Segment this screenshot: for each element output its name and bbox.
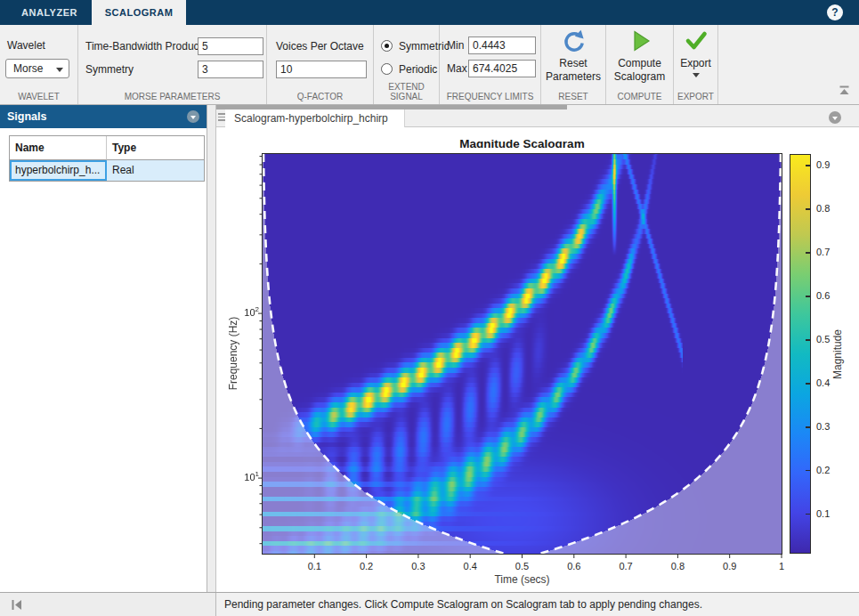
colorbar-tick-mark [806, 252, 810, 254]
tab-analyzer[interactable]: ANALYZER [7, 0, 92, 25]
section-label: WAVELET [0, 92, 77, 101]
collapse-up-icon [839, 85, 850, 95]
voices-per-octave-label: Voices Per Octave [276, 40, 364, 53]
document-tab-bar: Scalogram-hyperbolchirp_hchirp [216, 105, 859, 127]
table-row[interactable]: hyperbolchirp_h... Real [10, 160, 204, 181]
periodic-radio[interactable]: Periodic [381, 62, 438, 77]
section-extend-signal: Symmetric Periodic EXTEND SIGNAL [374, 25, 440, 104]
status-bar: Pending parameter changes. Click Compute… [0, 592, 859, 616]
colorbar-label: Magnitude [831, 319, 844, 390]
collapse-left-panel-icon[interactable] [11, 599, 23, 611]
signals-table-header: Name Type [10, 136, 204, 160]
reset-circular-arrow-icon [561, 28, 586, 53]
colorbar-tick-label: 0.6 [816, 290, 843, 301]
min-frequency-input[interactable] [468, 36, 536, 54]
compute-label-line2: Scalogram [606, 70, 673, 84]
section-reset: Reset Parameters RESET [541, 25, 606, 104]
periodic-radio-label: Periodic [399, 63, 437, 76]
colorbar-tick-label: 0.8 [816, 203, 843, 214]
status-bar-left [0, 593, 216, 616]
toolstrip: Wavelet Morse WAVELET Time-Bandwidth Pro… [0, 25, 859, 105]
export-label: Export [674, 57, 717, 70]
colorbar-tick-label: 0.9 [816, 159, 843, 170]
max-frequency-input[interactable] [468, 60, 536, 77]
colorbar-tick-mark [806, 383, 810, 385]
tab-scalogram[interactable]: SCALOGRAM [92, 0, 186, 25]
panel-splitter[interactable] [207, 105, 216, 592]
section-label: EXPORT [674, 92, 717, 101]
wavelet-label: Wavelet [7, 39, 45, 52]
colorbar-tick-label: 0.3 [816, 421, 843, 432]
section-compute: Compute Scalogram COMPUTE [606, 25, 674, 104]
x-tick-label: 0.9 [712, 561, 748, 571]
signals-panel-header: Signals [0, 105, 207, 128]
signals-panel: Signals Name Type hyperbolchirp_h... Rea… [0, 105, 207, 592]
x-tick-label: 0.6 [556, 561, 592, 571]
colorbar-tick-mark [806, 426, 810, 428]
section-label: MORSE PARAMETERS [78, 92, 266, 101]
colorbar-tick-mark [806, 208, 810, 210]
section-morse-parameters: Time-Bandwidth Product Symmetry MORSE PA… [78, 25, 267, 104]
section-label: FREQUENCY LIMITS [440, 92, 540, 101]
figure-area: Magnitude Scalogram 0.10.20.30.40.50.60.… [216, 127, 859, 592]
section-label: RESET [541, 92, 605, 101]
reset-label-line1: Reset [541, 57, 605, 70]
signals-panel-title: Signals [7, 110, 46, 123]
colorbar-tick-label: 0.1 [816, 508, 843, 519]
scalogram-heatmap[interactable] [256, 148, 788, 560]
radio-icon [381, 40, 393, 52]
document-tab-scalogram[interactable]: Scalogram-hyperbolchirp_hchirp [225, 109, 405, 128]
compute-label-line1: Compute [606, 57, 673, 70]
symmetric-radio[interactable]: Symmetric [381, 39, 438, 53]
radio-icon [381, 63, 393, 75]
status-message: Pending parameter changes. Click Compute… [224, 593, 702, 616]
green-check-icon [685, 28, 708, 53]
time-bandwidth-input[interactable] [198, 37, 263, 55]
column-header-name[interactable]: Name [10, 136, 107, 160]
colorbar-tick-label: 0.2 [816, 465, 843, 475]
chevron-down-icon[interactable] [187, 110, 199, 123]
x-tick-label: 0.2 [349, 561, 385, 571]
time-bandwidth-label: Time-Bandwidth Product [85, 40, 202, 53]
section-wavelet: Wavelet Morse WAVELET [0, 25, 78, 104]
colorbar-tick-mark [806, 296, 810, 297]
play-triangle-icon [628, 28, 652, 53]
reset-label-line2: Parameters [541, 70, 605, 84]
export-button[interactable]: Export [674, 28, 717, 77]
min-label: Min [447, 39, 464, 52]
max-label: Max [447, 62, 467, 75]
caret-down-icon [56, 68, 63, 72]
colorbar-tick-label: 0.7 [816, 247, 843, 257]
section-qfactor: Voices Per Octave Q-FACTOR [267, 25, 374, 104]
signals-table: Name Type hyperbolchirp_h... Real [9, 135, 205, 182]
wavelet-dropdown[interactable]: Morse [5, 59, 69, 78]
colorbar-tick-mark [806, 339, 810, 341]
colorbar-tick-mark [806, 470, 810, 472]
x-tick-label: 1 [764, 561, 799, 571]
signal-type-cell[interactable]: Real [107, 160, 204, 181]
caret-down-icon [693, 73, 700, 77]
voices-per-octave-input[interactable] [276, 61, 367, 78]
wavelet-dropdown-value: Morse [13, 62, 43, 75]
x-tick-label: 0.4 [452, 561, 488, 571]
ribbon-tabstrip: ANALYZER SCALOGRAM ? [0, 0, 859, 25]
chevron-down-icon[interactable] [829, 111, 841, 124]
collapse-toolstrip-button[interactable] [839, 83, 850, 99]
section-label: Q-FACTOR [267, 92, 373, 101]
section-export: Export EXPORT [674, 25, 718, 104]
reset-parameters-button[interactable]: Reset Parameters [541, 28, 605, 84]
compute-scalogram-button[interactable]: Compute Scalogram [606, 28, 673, 84]
colorbar-tick-mark [806, 514, 810, 515]
help-icon[interactable]: ? [827, 4, 843, 20]
colorbar-tick-mark [806, 165, 810, 166]
signal-name-cell[interactable]: hyperbolchirp_h... [10, 160, 107, 181]
symmetry-input[interactable] [198, 61, 263, 78]
section-frequency-limits: Min Max FREQUENCY LIMITS [440, 25, 541, 104]
x-tick-label: 0.8 [660, 561, 695, 571]
x-tick-label: 0.3 [401, 561, 436, 571]
column-header-type[interactable]: Type [107, 136, 204, 160]
x-axis-label: Time (secs) [263, 573, 782, 586]
colorbar [790, 154, 811, 554]
section-label: COMPUTE [606, 92, 673, 101]
section-label: EXTEND SIGNAL [374, 82, 439, 101]
